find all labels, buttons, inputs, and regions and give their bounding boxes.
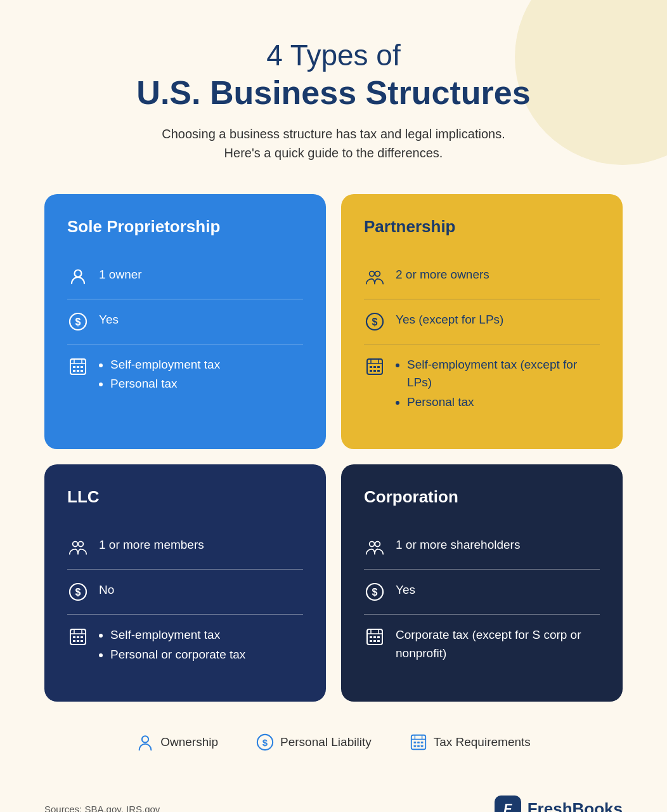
legend-ownership-icon [136, 733, 154, 751]
svg-rect-24 [377, 370, 380, 372]
svg-point-27 [73, 542, 78, 547]
svg-text:$: $ [262, 737, 268, 748]
svg-rect-20 [373, 366, 376, 368]
legend-ownership-label: Ownership [160, 735, 218, 749]
sole-liability-text: Yes [99, 311, 119, 329]
svg-text:$: $ [372, 587, 378, 598]
sole-tax-row: Self-employment tax Personal tax [67, 344, 303, 406]
svg-rect-37 [77, 640, 79, 642]
source-irs[interactable]: IRS.gov [126, 804, 160, 812]
corporation-tax-text: Corporate tax (except for S corp or nonp… [396, 626, 600, 662]
svg-rect-47 [370, 636, 372, 638]
svg-point-42 [375, 542, 380, 547]
tax-icon-llc [67, 626, 89, 648]
partnership-ownership-row: 2 or more owners [364, 254, 600, 299]
llc-ownership-row: 1 or more members [67, 525, 303, 570]
svg-rect-21 [377, 366, 380, 368]
svg-rect-9 [77, 370, 79, 372]
svg-point-55 [142, 736, 148, 742]
freshbooks-name: FreshBooks [528, 799, 623, 812]
svg-rect-50 [370, 640, 372, 642]
card-corporation: Corporation 1 or more shareholders [341, 464, 623, 702]
llc-tax-text: Self-employment tax Personal or corporat… [99, 626, 245, 665]
svg-rect-60 [413, 742, 416, 743]
liability-icon: $ [67, 311, 89, 332]
corporation-tax-row: Corporate tax (except for S corp or nonp… [364, 615, 600, 674]
svg-point-41 [370, 542, 375, 547]
svg-rect-52 [377, 640, 380, 642]
svg-rect-64 [417, 745, 420, 747]
svg-rect-51 [373, 640, 376, 642]
sources-text: Sources: SBA.gov, IRS.gov [44, 804, 160, 812]
svg-point-13 [370, 271, 375, 276]
svg-rect-33 [73, 636, 75, 638]
legend-tax: Tax Requirements [410, 733, 531, 751]
llc-liability-row: $ No [67, 570, 303, 615]
ownership-icon-corporation [364, 536, 385, 558]
corporation-liability-text: Yes [396, 581, 415, 599]
title-light: 4 Types of [44, 38, 623, 73]
legend-tax-icon [410, 733, 427, 751]
legend-liability: $ Personal Liability [256, 733, 372, 751]
tax-icon [67, 356, 89, 377]
cards-grid: Sole Proprietorship 1 owner $ [44, 194, 623, 702]
liability-icon-corporation: $ [364, 581, 385, 603]
partnership-title: Partnership [364, 217, 600, 237]
card-partnership: Partnership 2 or more owners [341, 194, 623, 450]
tax-icon-partnership [364, 356, 385, 377]
ownership-icon-llc [67, 536, 89, 558]
llc-liability-text: No [99, 581, 114, 599]
freshbooks-brand: F FreshBooks [495, 796, 623, 812]
svg-rect-36 [73, 640, 75, 642]
legend-ownership: Ownership [136, 733, 218, 751]
corporation-title: Corporation [364, 487, 600, 507]
svg-point-28 [78, 542, 83, 547]
partnership-tax-row: Self-employment tax (except for LPs) Per… [364, 344, 600, 424]
llc-title: LLC [67, 487, 303, 507]
sole-ownership-row: 1 owner [67, 254, 303, 299]
partnership-liability-row: $ Yes (except for LPs) [364, 299, 600, 344]
partnership-tax-text: Self-employment tax (except for LPs) Per… [396, 356, 600, 413]
title-bold: U.S. Business Structures [44, 73, 623, 112]
svg-rect-63 [413, 745, 416, 747]
corporation-liability-row: $ Yes [364, 570, 600, 615]
partnership-liability-text: Yes (except for LPs) [396, 311, 503, 329]
svg-rect-38 [81, 640, 83, 642]
freshbooks-icon: F [495, 796, 521, 812]
svg-rect-65 [420, 745, 423, 747]
legend-liability-icon: $ [256, 733, 274, 751]
header-subtitle: Choosing a business structure has tax an… [156, 124, 511, 162]
llc-ownership-text: 1 or more members [99, 536, 204, 554]
svg-point-14 [375, 271, 380, 276]
ownership-icon-partnership [364, 266, 385, 287]
corporation-ownership-row: 1 or more shareholders [364, 525, 600, 570]
tax-icon-corporation [364, 626, 385, 648]
svg-point-0 [75, 270, 82, 277]
svg-rect-48 [373, 636, 376, 638]
svg-rect-34 [77, 636, 79, 638]
card-sole-proprietorship: Sole Proprietorship 1 owner $ [44, 194, 326, 450]
legend-tax-label: Tax Requirements [434, 735, 531, 749]
partnership-ownership-text: 2 or more owners [396, 266, 489, 284]
page-footer: Sources: SBA.gov, IRS.gov F FreshBooks [44, 789, 623, 812]
sole-tax-text: Self-employment tax Personal tax [99, 356, 220, 395]
svg-rect-8 [73, 370, 75, 372]
legend-liability-label: Personal Liability [280, 735, 372, 749]
svg-rect-62 [420, 742, 423, 743]
svg-rect-23 [373, 370, 376, 372]
sole-title: Sole Proprietorship [67, 217, 303, 237]
svg-rect-10 [81, 370, 83, 372]
llc-tax-row: Self-employment tax Personal or corporat… [67, 615, 303, 676]
svg-text:$: $ [372, 317, 378, 327]
svg-rect-49 [377, 636, 380, 638]
card-llc: LLC 1 or more members [44, 464, 326, 702]
svg-rect-19 [370, 366, 372, 368]
liability-icon-partnership: $ [364, 311, 385, 332]
source-sba[interactable]: SBA.gov [84, 804, 120, 812]
svg-rect-35 [81, 636, 83, 638]
svg-text:$: $ [75, 317, 81, 327]
svg-rect-61 [417, 742, 420, 743]
page-header: 4 Types of U.S. Business Structures Choo… [44, 38, 623, 162]
svg-text:$: $ [75, 587, 81, 598]
legend: Ownership $ Personal Liability [44, 733, 623, 751]
